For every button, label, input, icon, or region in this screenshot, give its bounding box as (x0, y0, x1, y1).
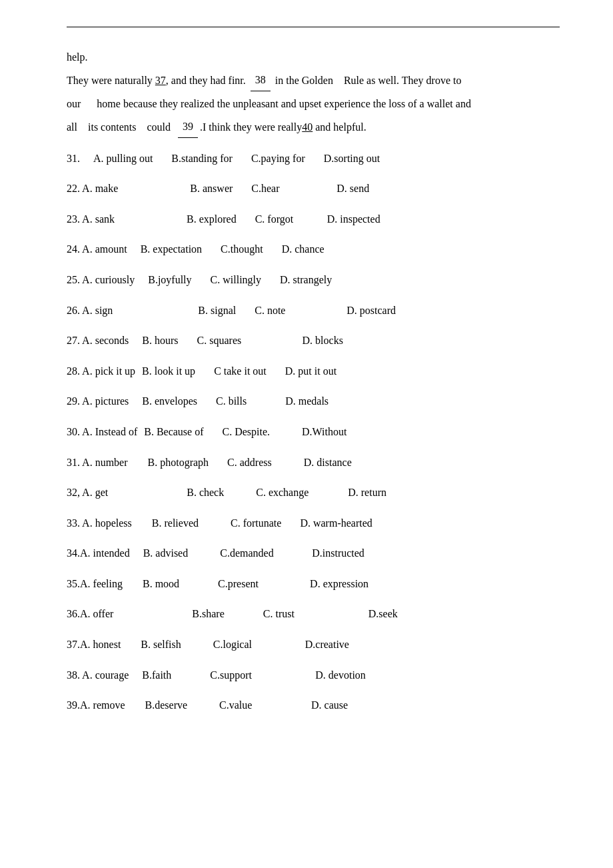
option-b: B.joyfully (148, 271, 191, 289)
option-b: B. selfish (141, 636, 181, 653)
option-d: D. send (336, 180, 369, 197)
option-b: B. signal (198, 302, 236, 319)
option-spacer (115, 211, 168, 228)
question-row-23: 23. A. sank B. explored C. forgot D. ins… (67, 211, 560, 228)
option-b: B. envelopes (142, 393, 197, 410)
option-c: C. address (227, 454, 272, 471)
option-b: B. photograph (148, 454, 209, 471)
option-d: D. put it out (285, 363, 336, 380)
option-b: B. look it up (142, 363, 195, 380)
question-row-35: 35.A. feeling B. mood C.present D. expre… (67, 575, 560, 593)
option-c: C. note (255, 302, 314, 319)
option-c: C take it out (214, 363, 267, 380)
option-d: D. medals (285, 393, 328, 410)
option-b: B. answer (190, 180, 233, 197)
option-c: C.hear (251, 180, 305, 197)
question-num: 30. A. Instead of (67, 423, 137, 441)
option-b: B.deserve (145, 697, 188, 714)
option-d: D. inspected (327, 211, 380, 228)
intro-line-4: all its contents could 39 .I think they … (67, 117, 560, 137)
option-b: B.share (192, 605, 224, 623)
intro-line-1: help. (67, 47, 560, 67)
option-c: C.present (218, 575, 291, 593)
question-num: 29. A. pictures (67, 393, 129, 410)
question-num: 27. A. seconds (67, 332, 129, 349)
question-row-31a: 31. A. pulling out B.standing for C.payi… (67, 150, 560, 167)
option-d: D. postcard (346, 302, 396, 319)
question-num: 31. A. number (67, 454, 128, 471)
question-row-27: 27. A. seconds B. hours C. squares D. bl… (67, 332, 560, 349)
option-d: D. blocks (303, 332, 343, 349)
option-b: B. mood (143, 575, 179, 593)
option-b: B. advised (143, 545, 189, 562)
question-num: 33. A. hopeless (67, 515, 132, 532)
question-num: 35.A. feeling (67, 575, 123, 593)
option-b: B.standing for (171, 150, 233, 167)
option-c: C. willingly (211, 271, 261, 289)
option-spacer (118, 180, 171, 197)
question-row-36: 36.A. offer B.share C. trust D.seek (67, 605, 560, 623)
question-num: 24. A. amount (67, 241, 127, 258)
question-num: 23. A. sank (67, 211, 115, 228)
blank-38: 38 (251, 70, 271, 91)
question-num: 26. A. sign (67, 302, 113, 319)
question-row-33: 33. A. hopeless B. relieved C. fortunate… (67, 515, 560, 532)
blank-37: 37 (155, 75, 166, 86)
question-row-39: 39.A. remove B.deserve C.value D. cause (67, 697, 560, 714)
question-row-37: 37.A. honest B. selfish C.logical D.crea… (67, 636, 560, 653)
question-num: 28. A. pick it up (67, 363, 135, 380)
option-d: D. cause (311, 697, 348, 714)
question-num: 22. A. make (67, 180, 118, 197)
option-c: C.demanded (220, 545, 293, 562)
question-row-38: 38. A. courage B.faith C.support D. devo… (67, 667, 560, 684)
option-c: C.thought (221, 241, 263, 258)
option-c: C.value (219, 697, 293, 714)
question-row-26: 26. A. sign B. signal C. note D. postcar… (67, 302, 560, 319)
question-num: 34.A. intended (67, 545, 130, 562)
question-row-34: 34.A. intended B. advised C.demanded D.i… (67, 545, 560, 562)
blank-40: 40 (302, 121, 312, 133)
option-d: D.Without (302, 423, 346, 441)
option-c: C.paying for (251, 150, 305, 167)
option-b: B. expectation (141, 241, 202, 258)
question-row-30: 30. A. Instead of B. Because of C. Despi… (67, 423, 560, 441)
option-spacer (113, 302, 179, 319)
option-d: D. distance (304, 454, 352, 471)
option-b: B. hours (142, 332, 178, 349)
option-c: C. trust (263, 605, 336, 623)
top-divider (67, 27, 560, 27)
question-row-29: 29. A. pictures B. envelopes C. bills D.… (67, 393, 560, 410)
intro-section: help. They were naturally 37, and they h… (67, 47, 560, 138)
question-num: 39.A. remove (67, 697, 125, 714)
option-d: D. strangely (280, 271, 332, 289)
option-c: C.support (210, 667, 297, 684)
option-spacer (113, 605, 173, 623)
option-d: D. return (348, 484, 386, 501)
question-row-28: 28. A. pick it up B. look it up C take i… (67, 363, 560, 380)
option-c: C. forgot (255, 211, 308, 228)
question-row-32: 32, A. get B. check C. exchange D. retur… (67, 484, 560, 501)
option-spacer (108, 484, 168, 501)
question-num: 32, A. get (67, 484, 108, 501)
intro-line-2: They were naturally 37, and they had fin… (67, 70, 560, 91)
option-b: B. relieved (152, 515, 199, 532)
question-row-22: 22. A. make B. answer C.hear D. send (67, 180, 560, 197)
question-num: 36.A. offer (67, 605, 113, 623)
option-a: A. pulling out (93, 150, 153, 167)
option-d: D. expression (310, 575, 368, 593)
question-row-24: 24. A. amount B. expectation C.thought D… (67, 241, 560, 258)
intro-line-3: our home because they realized the unple… (67, 94, 560, 114)
question-list: 31. A. pulling out B.standing for C.payi… (67, 150, 560, 714)
option-d: D. chance (282, 241, 324, 258)
question-row-31b: 31. A. number B. photograph C. address D… (67, 454, 560, 471)
question-num: 31. (67, 150, 93, 167)
question-num: 37.A. honest (67, 636, 121, 653)
option-c: C. squares (197, 332, 271, 349)
question-num: 25. A. curiously (67, 271, 135, 289)
option-d: D.instructed (312, 545, 364, 562)
option-b: B. explored (187, 211, 237, 228)
option-d: D.creative (305, 636, 349, 653)
blank-39: 39 (178, 117, 198, 137)
option-c: C. exchange (256, 484, 329, 501)
question-num: 38. A. courage (67, 667, 129, 684)
